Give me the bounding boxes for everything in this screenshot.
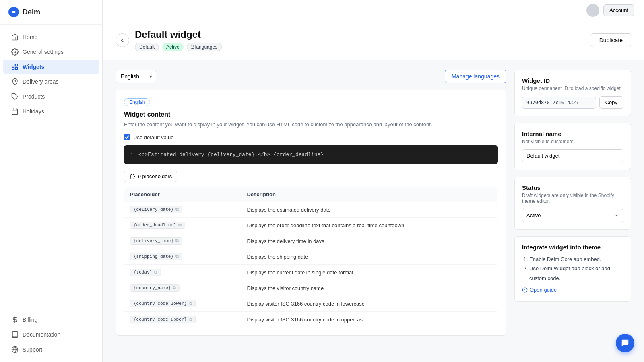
placeholder-description: Display visitor ISO 3166 country code in…: [241, 296, 497, 312]
placeholder-description: Displays the delivery time in days: [241, 233, 497, 249]
manage-languages-button[interactable]: Manage languages: [445, 70, 506, 83]
use-default-row: Use default value: [124, 134, 498, 140]
placeholder-table: Placeholder Description {delivery_date} …: [124, 187, 498, 327]
copy-small-icon[interactable]: ⧉: [173, 286, 176, 290]
svg-rect-4: [12, 68, 14, 70]
code-content: <b>Estimated delivery {delivery_date}.</…: [138, 152, 324, 158]
side-panel: Widget ID Unique permanent ID to load a …: [514, 70, 631, 336]
placeholders-toggle-button[interactable]: {} 9 placeholders: [124, 171, 177, 182]
placeholder-tag: {delivery_time} ⧉: [130, 237, 182, 245]
copy-small-icon[interactable]: ⧉: [189, 317, 192, 322]
account-button[interactable]: Account: [603, 4, 634, 16]
code-line-number: 1: [130, 152, 134, 158]
open-guide-link[interactable]: Open guide: [522, 287, 557, 293]
widget-id-card: Widget ID Unique permanent ID to load a …: [514, 70, 631, 116]
internal-name-desc: Not visible to customers.: [522, 139, 623, 144]
col-description: Description: [241, 187, 497, 202]
status-desc: Draft widgets are only visible in the Sh…: [522, 193, 623, 204]
badges: Default Active 2 languages: [135, 43, 222, 51]
sidebar-item-general-settings[interactable]: General settings: [3, 45, 99, 59]
code-editor: 1<b>Estimated delivery {delivery_date}.<…: [124, 145, 498, 165]
placeholder-tag: {delivery_date} ⧉: [130, 206, 182, 213]
table-row: {today} ⧉ Displays the current date in s…: [124, 265, 498, 280]
sidebar-item-home[interactable]: Home: [3, 30, 99, 44]
sidebar: Delm Home General settings Widgets Deliv…: [0, 0, 103, 362]
page-title: Default widget: [135, 29, 222, 40]
sidebar-label-home: Home: [23, 34, 37, 40]
badge-languages: 2 languages: [187, 43, 222, 51]
widget-id-input[interactable]: [522, 97, 596, 109]
back-button[interactable]: [116, 33, 129, 47]
logo: Delm: [0, 0, 102, 25]
placeholders-count: 9 placeholders: [138, 173, 172, 179]
widget-content-card: English Widget content Enter the content…: [116, 90, 506, 336]
sidebar-label-documentation: Documentation: [23, 331, 60, 338]
placeholder-description: Display visitor ISO 3166 country code in…: [241, 312, 497, 327]
header-title-area: Default widget Default Active 2 language…: [135, 29, 222, 51]
table-row: {order_deadline} ⧉ Displays the order de…: [124, 218, 498, 233]
copy-small-icon[interactable]: ⧉: [178, 223, 182, 228]
widgets-icon: [11, 63, 19, 70]
chat-icon: [621, 339, 630, 348]
sidebar-item-billing[interactable]: Billing: [3, 313, 99, 327]
placeholder-description: Displays the order deadline text that co…: [241, 218, 497, 233]
main-content: Account Default widget Default Active 2 …: [103, 0, 644, 362]
table-row: {country_code_upper} ⧉ Display visitor I…: [124, 312, 498, 327]
placeholder-description: Displays the shipping date: [241, 249, 497, 265]
copy-small-icon[interactable]: ⧉: [189, 301, 192, 306]
svg-rect-2: [12, 64, 14, 66]
table-row: {delivery_time} ⧉ Displays the delivery …: [124, 233, 498, 249]
widget-id-desc: Unique permanent ID to load a specific w…: [522, 86, 623, 91]
home-icon: [11, 33, 19, 41]
duplicate-button[interactable]: Duplicate: [591, 33, 631, 47]
guide-label: Open guide: [530, 287, 557, 293]
language-select[interactable]: English French German: [116, 70, 156, 83]
copy-small-icon[interactable]: ⧉: [154, 270, 157, 275]
placeholder-description: Displays the estimated delivery date: [241, 202, 497, 218]
copy-small-icon[interactable]: ⧉: [175, 207, 179, 212]
use-default-label: Use default value: [133, 134, 173, 140]
integrate-title: Integrate widget into theme: [522, 244, 623, 251]
sidebar-item-documentation[interactable]: Documentation: [3, 327, 99, 342]
col-placeholder: Placeholder: [124, 187, 242, 202]
sidebar-label-billing: Billing: [23, 317, 37, 323]
table-row: {country_name} ⧉ Displays the visitor co…: [124, 280, 498, 296]
sidebar-label-delivery-areas: Delivery areas: [23, 78, 58, 85]
dollar-icon: [11, 316, 19, 323]
table-row: {delivery_date} ⧉ Displays the estimated…: [124, 202, 498, 218]
copy-button[interactable]: Copy: [599, 96, 623, 109]
integrate-card: Integrate widget into theme Enable Delm …: [514, 236, 631, 302]
sidebar-item-delivery-areas[interactable]: Delivery areas: [3, 74, 99, 89]
placeholder-tag: {today} ⧉: [130, 269, 161, 276]
placeholder-description: Displays the visitor country name: [241, 280, 497, 296]
table-row: {country_code_lower} ⧉ Display visitor I…: [124, 296, 498, 312]
copy-small-icon[interactable]: ⧉: [175, 239, 179, 243]
sidebar-bottom: Billing Documentation Support: [0, 307, 102, 362]
use-default-checkbox[interactable]: [124, 134, 130, 140]
copy-small-icon[interactable]: ⧉: [175, 254, 179, 259]
widget-id-row: Copy: [522, 96, 623, 109]
sidebar-label-support: Support: [23, 346, 42, 353]
badge-active: Active: [162, 43, 184, 51]
internal-name-input[interactable]: [522, 149, 623, 162]
tag-icon: [11, 93, 19, 100]
back-arrow-icon: [119, 37, 126, 43]
placeholder-tag: {country_name} ⧉: [130, 284, 180, 292]
status-select[interactable]: Active Draft: [522, 209, 623, 222]
integrate-step: Enable Delm Core app embed.: [529, 255, 623, 264]
main-nav: Home General settings Widgets Delivery a…: [0, 25, 102, 307]
sidebar-item-products[interactable]: Products: [3, 89, 99, 104]
language-selector-row: English French German Manage languages: [116, 70, 506, 83]
sidebar-label-products: Products: [23, 93, 45, 100]
page-header: Default widget Default Active 2 language…: [103, 21, 644, 60]
placeholder-tag: {order_deadline} ⧉: [130, 222, 185, 229]
sidebar-item-support[interactable]: Support: [3, 342, 99, 357]
badge-default: Default: [135, 43, 159, 51]
sidebar-label-holidays: Holidays: [23, 108, 44, 115]
sidebar-item-holidays[interactable]: Holidays: [3, 104, 99, 119]
svg-rect-5: [16, 68, 18, 70]
chat-bubble[interactable]: [616, 334, 634, 352]
calendar-icon: [11, 108, 19, 115]
topbar: Account: [103, 0, 644, 21]
sidebar-item-widgets[interactable]: Widgets: [3, 60, 99, 74]
